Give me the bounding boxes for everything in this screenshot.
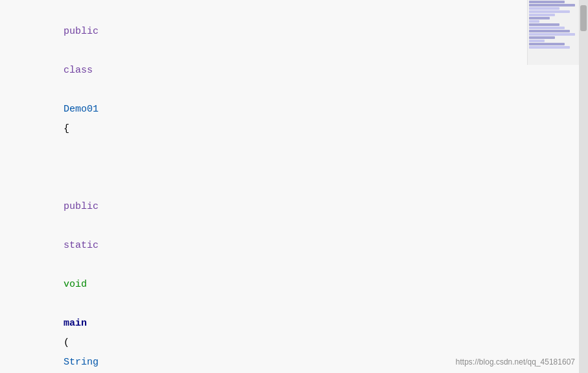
code-line-2: public static void main ( String [] args… [0, 158, 588, 373]
minimap [527, 0, 579, 65]
code-line-1: public class Demo01 { [0, 3, 588, 158]
scroll-thumb[interactable] [580, 5, 587, 31]
code-area[interactable]: public class Demo01 { public static v [0, 0, 588, 373]
watermark: https://blog.csdn.net/qq_45181607 [456, 357, 575, 367]
code-lines: public class Demo01 { public static v [0, 0, 588, 373]
scrollbar[interactable] [579, 0, 588, 373]
editor-container: public class Demo01 { public static v [0, 0, 588, 373]
